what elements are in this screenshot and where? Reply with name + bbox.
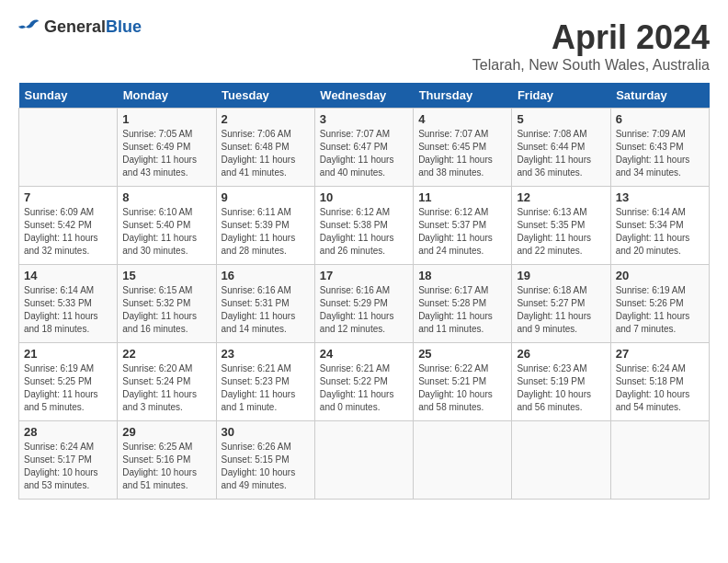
calendar-cell <box>314 421 413 500</box>
day-info: Sunrise: 6:23 AM Sunset: 5:19 PM Dayligh… <box>517 362 605 414</box>
calendar-cell: 25Sunrise: 6:22 AM Sunset: 5:21 PM Dayli… <box>414 343 512 421</box>
day-number: 5 <box>517 112 605 126</box>
day-info: Sunrise: 7:08 AM Sunset: 6:44 PM Dayligh… <box>517 128 605 179</box>
logo: GeneralBlue <box>18 18 142 37</box>
calendar-cell: 15Sunrise: 6:15 AM Sunset: 5:32 PM Dayli… <box>118 265 216 343</box>
calendar-cell: 3Sunrise: 7:07 AM Sunset: 6:47 PM Daylig… <box>314 109 413 187</box>
calendar-week-row: 14Sunrise: 6:14 AM Sunset: 5:33 PM Dayli… <box>19 265 710 343</box>
day-info: Sunrise: 6:17 AM Sunset: 5:28 PM Dayligh… <box>418 284 506 336</box>
day-info: Sunrise: 6:19 AM Sunset: 5:25 PM Dayligh… <box>24 362 112 414</box>
month-year-title: April 2024 <box>472 18 710 57</box>
calendar-cell: 19Sunrise: 6:18 AM Sunset: 5:27 PM Dayli… <box>512 265 610 343</box>
calendar-cell <box>19 109 118 187</box>
calendar-cell: 9Sunrise: 6:11 AM Sunset: 5:39 PM Daylig… <box>216 187 314 265</box>
day-number: 21 <box>24 347 112 361</box>
day-info: Sunrise: 7:06 AM Sunset: 6:48 PM Dayligh… <box>222 128 310 179</box>
day-info: Sunrise: 6:14 AM Sunset: 5:34 PM Dayligh… <box>616 206 704 258</box>
day-number: 7 <box>24 190 112 204</box>
calendar-cell: 7Sunrise: 6:09 AM Sunset: 5:42 PM Daylig… <box>19 187 118 265</box>
day-info: Sunrise: 7:07 AM Sunset: 6:45 PM Dayligh… <box>418 128 506 179</box>
calendar-cell: 17Sunrise: 6:16 AM Sunset: 5:29 PM Dayli… <box>314 265 413 343</box>
calendar-cell: 30Sunrise: 6:26 AM Sunset: 5:15 PM Dayli… <box>216 421 314 500</box>
day-number: 4 <box>418 112 506 126</box>
day-info: Sunrise: 6:16 AM Sunset: 5:31 PM Dayligh… <box>222 284 310 336</box>
calendar-week-row: 1Sunrise: 7:05 AM Sunset: 6:49 PM Daylig… <box>19 109 710 187</box>
weekday-header-friday: Friday <box>512 83 610 109</box>
day-number: 1 <box>122 112 210 126</box>
calendar-week-row: 28Sunrise: 6:24 AM Sunset: 5:17 PM Dayli… <box>19 421 710 500</box>
day-number: 11 <box>418 190 506 204</box>
calendar-cell: 21Sunrise: 6:19 AM Sunset: 5:25 PM Dayli… <box>19 343 118 421</box>
day-info: Sunrise: 6:12 AM Sunset: 5:37 PM Dayligh… <box>418 206 506 258</box>
calendar-week-row: 21Sunrise: 6:19 AM Sunset: 5:25 PM Dayli… <box>19 343 710 421</box>
calendar-cell: 29Sunrise: 6:25 AM Sunset: 5:16 PM Dayli… <box>118 421 216 500</box>
calendar-cell: 24Sunrise: 6:21 AM Sunset: 5:22 PM Dayli… <box>314 343 413 421</box>
calendar-cell: 16Sunrise: 6:16 AM Sunset: 5:31 PM Dayli… <box>216 265 314 343</box>
day-number: 3 <box>320 112 408 126</box>
day-number: 13 <box>616 190 704 204</box>
calendar-table: SundayMondayTuesdayWednesdayThursdayFrid… <box>18 83 710 500</box>
day-info: Sunrise: 6:21 AM Sunset: 5:23 PM Dayligh… <box>222 362 310 414</box>
day-number: 12 <box>517 190 605 204</box>
day-number: 27 <box>616 347 704 361</box>
day-info: Sunrise: 6:11 AM Sunset: 5:39 PM Dayligh… <box>222 206 310 258</box>
calendar-cell: 20Sunrise: 6:19 AM Sunset: 5:26 PM Dayli… <box>610 265 709 343</box>
calendar-week-row: 7Sunrise: 6:09 AM Sunset: 5:42 PM Daylig… <box>19 187 710 265</box>
calendar-cell: 6Sunrise: 7:09 AM Sunset: 6:43 PM Daylig… <box>610 109 709 187</box>
day-number: 29 <box>122 425 210 439</box>
day-info: Sunrise: 6:21 AM Sunset: 5:22 PM Dayligh… <box>320 362 408 414</box>
day-info: Sunrise: 6:12 AM Sunset: 5:38 PM Dayligh… <box>320 206 408 258</box>
weekday-header-saturday: Saturday <box>610 83 709 109</box>
day-info: Sunrise: 7:05 AM Sunset: 6:49 PM Dayligh… <box>122 128 210 179</box>
calendar-cell: 28Sunrise: 6:24 AM Sunset: 5:17 PM Dayli… <box>19 421 118 500</box>
day-number: 16 <box>222 269 310 282</box>
day-info: Sunrise: 6:26 AM Sunset: 5:15 PM Dayligh… <box>222 441 310 492</box>
day-number: 14 <box>24 269 112 282</box>
day-number: 30 <box>222 425 310 439</box>
day-info: Sunrise: 7:07 AM Sunset: 6:47 PM Dayligh… <box>320 128 408 179</box>
day-info: Sunrise: 6:20 AM Sunset: 5:24 PM Dayligh… <box>122 362 210 414</box>
calendar-cell: 22Sunrise: 6:20 AM Sunset: 5:24 PM Dayli… <box>118 343 216 421</box>
calendar-cell <box>512 421 610 500</box>
day-number: 28 <box>24 425 112 439</box>
day-info: Sunrise: 6:13 AM Sunset: 5:35 PM Dayligh… <box>517 206 605 258</box>
weekday-header-row: SundayMondayTuesdayWednesdayThursdayFrid… <box>19 83 710 109</box>
day-number: 25 <box>418 347 506 361</box>
day-number: 6 <box>616 112 704 126</box>
day-number: 8 <box>122 190 210 204</box>
calendar-cell: 5Sunrise: 7:08 AM Sunset: 6:44 PM Daylig… <box>512 109 610 187</box>
weekday-header-tuesday: Tuesday <box>216 83 314 109</box>
day-info: Sunrise: 6:18 AM Sunset: 5:27 PM Dayligh… <box>517 284 605 336</box>
day-number: 17 <box>320 269 408 282</box>
day-number: 19 <box>517 269 605 282</box>
day-info: Sunrise: 6:14 AM Sunset: 5:33 PM Dayligh… <box>24 284 112 336</box>
day-info: Sunrise: 6:24 AM Sunset: 5:18 PM Dayligh… <box>616 362 704 414</box>
weekday-header-wednesday: Wednesday <box>314 83 413 109</box>
calendar-cell: 4Sunrise: 7:07 AM Sunset: 6:45 PM Daylig… <box>414 109 512 187</box>
calendar-cell: 2Sunrise: 7:06 AM Sunset: 6:48 PM Daylig… <box>216 109 314 187</box>
day-number: 26 <box>517 347 605 361</box>
day-number: 9 <box>222 190 310 204</box>
calendar-cell: 26Sunrise: 6:23 AM Sunset: 5:19 PM Dayli… <box>512 343 610 421</box>
day-info: Sunrise: 7:09 AM Sunset: 6:43 PM Dayligh… <box>616 128 704 179</box>
day-number: 18 <box>418 269 506 282</box>
day-number: 15 <box>122 269 210 282</box>
calendar-cell: 13Sunrise: 6:14 AM Sunset: 5:34 PM Dayli… <box>610 187 709 265</box>
day-number: 10 <box>320 190 408 204</box>
logo-bird-icon <box>18 18 40 37</box>
day-number: 20 <box>616 269 704 282</box>
calendar-cell: 23Sunrise: 6:21 AM Sunset: 5:23 PM Dayli… <box>216 343 314 421</box>
logo-text: GeneralBlue <box>44 18 142 37</box>
weekday-header-monday: Monday <box>118 83 216 109</box>
calendar-cell: 12Sunrise: 6:13 AM Sunset: 5:35 PM Dayli… <box>512 187 610 265</box>
calendar-cell: 8Sunrise: 6:10 AM Sunset: 5:40 PM Daylig… <box>118 187 216 265</box>
location-subtitle: Telarah, New South Wales, Australia <box>472 57 710 74</box>
calendar-cell: 11Sunrise: 6:12 AM Sunset: 5:37 PM Dayli… <box>414 187 512 265</box>
calendar-cell: 1Sunrise: 7:05 AM Sunset: 6:49 PM Daylig… <box>118 109 216 187</box>
weekday-header-sunday: Sunday <box>19 83 118 109</box>
calendar-cell: 10Sunrise: 6:12 AM Sunset: 5:38 PM Dayli… <box>314 187 413 265</box>
calendar-cell: 27Sunrise: 6:24 AM Sunset: 5:18 PM Dayli… <box>610 343 709 421</box>
calendar-cell: 14Sunrise: 6:14 AM Sunset: 5:33 PM Dayli… <box>19 265 118 343</box>
day-info: Sunrise: 6:24 AM Sunset: 5:17 PM Dayligh… <box>24 441 112 492</box>
day-number: 23 <box>222 347 310 361</box>
